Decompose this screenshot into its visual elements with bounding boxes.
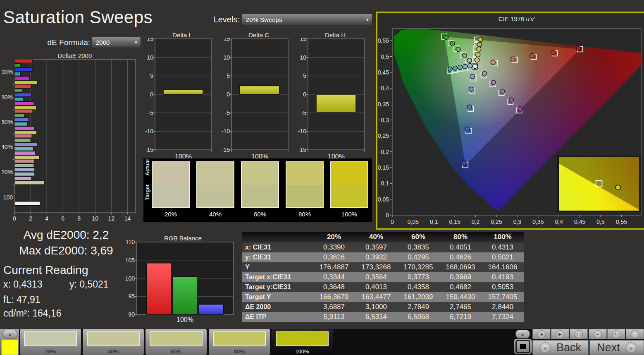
table-column-header: 20% xyxy=(313,232,355,242)
svg-text:-15: -15 xyxy=(145,146,153,153)
sweep-level-button-40%[interactable]: 40% xyxy=(83,329,144,355)
cie-measured-circle xyxy=(477,47,481,51)
deltae-group-label: 100 xyxy=(3,194,13,201)
delta-c-chart: 151050-5-10-15100% xyxy=(220,38,297,162)
table-cell: 5,9113 xyxy=(313,312,355,322)
pattern-window-icon: [··] xyxy=(575,330,583,338)
de-formula-value: 2000 xyxy=(96,39,134,46)
svg-text:5: 5 xyxy=(227,72,230,79)
svg-text:0,5: 0,5 xyxy=(596,218,605,225)
selected-color-swatch[interactable] xyxy=(1,339,18,355)
table-cell: 170,3285 xyxy=(397,262,439,272)
cie-inset-magnifier xyxy=(558,156,640,211)
table-cell: 0,4013 xyxy=(355,282,397,292)
cie-inset-measured-circle xyxy=(615,185,620,190)
sweep-level-button-80%[interactable]: 80% xyxy=(209,329,270,355)
table-column-header: 60% xyxy=(397,232,439,242)
target-color xyxy=(331,185,367,207)
sweep-level-button-20%[interactable]: 20% xyxy=(20,329,81,355)
sweep-level-button-100%[interactable]: 100% xyxy=(272,329,333,355)
app-window: Saturation Sweeps dE Formula: 2000 ▼ Lev… xyxy=(0,0,644,355)
de-formula-dropdown[interactable]: 2000 ▼ xyxy=(92,37,141,48)
cie-measured-circle xyxy=(473,64,477,69)
cie-measured-circle xyxy=(509,98,513,102)
deltae-bar-cyan xyxy=(14,72,21,76)
table-cell: 0,4193 xyxy=(482,272,524,282)
deltae-bar-magenta xyxy=(14,102,34,106)
actual-color xyxy=(153,162,189,185)
stop-button[interactable]: ■ xyxy=(532,329,551,339)
deltae-group-label: 40% xyxy=(2,144,13,150)
table-row: Target Y166,3679163,4477161,2039159,4430… xyxy=(242,292,524,302)
cie-measured-circle xyxy=(491,60,495,65)
table-cell: 0,4682 xyxy=(439,282,482,292)
svg-text:15: 15 xyxy=(147,38,153,42)
table-cell: 159,4430 xyxy=(439,292,482,302)
sweep-level-button-60%[interactable]: 60% xyxy=(145,329,207,355)
deltae-bar-blue xyxy=(14,143,38,146)
svg-text:5: 5 xyxy=(303,72,306,79)
cie-measured-circle xyxy=(491,80,496,85)
stop-square-icon xyxy=(520,344,526,349)
next-button[interactable]: Next » xyxy=(589,340,644,355)
svg-text:-10: -10 xyxy=(222,128,230,134)
actual-color xyxy=(242,162,278,185)
deltae-bar-yellow xyxy=(14,81,38,84)
table-row-label: Target y:CIE31 xyxy=(242,282,313,292)
svg-text:8: 8 xyxy=(77,215,81,222)
rgb-bar-blue xyxy=(198,305,223,315)
svg-text:0,4: 0,4 xyxy=(381,85,389,91)
actual-color xyxy=(331,162,367,185)
cie-measured-circle xyxy=(518,107,522,111)
cie-measured-circle xyxy=(482,72,487,76)
svg-text:95: 95 xyxy=(128,293,135,300)
table-cell: 173,3268 xyxy=(355,262,397,272)
svg-text:0: 0 xyxy=(386,212,389,218)
sweep-color-swatch xyxy=(87,331,140,346)
table-cell: 0,4051 xyxy=(439,242,482,252)
refresh-button[interactable]: ↻ xyxy=(607,329,625,339)
table-cell: 0,4358 xyxy=(397,282,439,292)
sweep-level-label: 20% xyxy=(20,348,81,355)
pattern-stop-button[interactable] xyxy=(514,339,532,354)
blank-button[interactable] xyxy=(626,329,644,339)
back-button[interactable]: « Back xyxy=(532,340,589,355)
selected-color-panel: ▲ xyxy=(0,329,19,355)
cie-measured-circle xyxy=(477,42,482,47)
svg-text:10: 10 xyxy=(300,54,306,61)
sweep-level-label: 100% xyxy=(272,348,333,355)
cie-measured-circle xyxy=(456,47,460,52)
table-cell: 6,7219 xyxy=(439,312,482,322)
blank-icon xyxy=(631,330,639,338)
cie-measured-circle xyxy=(467,63,472,68)
expand-up-button-right[interactable]: ▲ xyxy=(515,330,530,338)
up-arrow-icon: ▲ xyxy=(8,332,12,336)
svg-text:0,35: 0,35 xyxy=(378,101,389,108)
compare-swatch-label: 80% xyxy=(286,211,324,218)
current-cdm2-value: cd/m²: 164,16 xyxy=(3,308,62,319)
svg-text:90: 90 xyxy=(128,311,135,318)
cie-measured-circle xyxy=(500,89,505,94)
cie-measured-circle xyxy=(453,66,457,70)
cie-measured-circle xyxy=(511,57,515,61)
actual-row-label: Actual xyxy=(144,169,150,176)
expand-up-button[interactable]: ▲ xyxy=(2,330,17,338)
table-cell: 2,8440 xyxy=(482,302,524,312)
loop-button[interactable]: ∞ xyxy=(589,329,607,339)
deltae-bar-blue xyxy=(14,68,33,72)
svg-text:-10: -10 xyxy=(298,128,306,134)
cie-measured-circle xyxy=(576,46,581,50)
current-reading-title: Current Reading xyxy=(3,264,88,277)
svg-text:4: 4 xyxy=(45,215,48,222)
deltae-bar-magenta xyxy=(14,151,36,155)
cie-measured-circle xyxy=(475,58,479,62)
table-column-header: 40% xyxy=(355,232,397,242)
play-button[interactable]: ▶ xyxy=(551,329,569,339)
deltae-bar-cyan xyxy=(14,172,35,176)
svg-text:0: 0 xyxy=(150,91,153,98)
levels-dropdown[interactable]: 20% Sweeps ▼ xyxy=(242,14,372,25)
table-cell: 0,3616 xyxy=(313,252,355,262)
pattern-window-button[interactable]: [··] xyxy=(570,329,588,339)
current-y-value: y: 0,5021 xyxy=(69,279,109,290)
table-cell: 168,0693 xyxy=(439,262,482,272)
